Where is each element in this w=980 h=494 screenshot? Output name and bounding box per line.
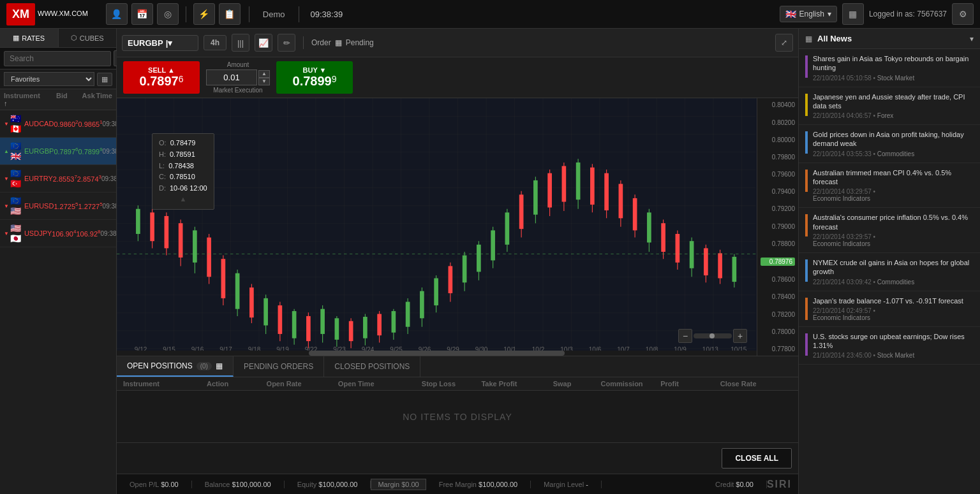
- svg-rect-43: [420, 291, 424, 319]
- instrument-name: AUDCAD: [24, 120, 54, 127]
- logo-icon: XM: [6, 3, 35, 25]
- buy-button[interactable]: BUY ▼ 0.78999: [276, 61, 353, 94]
- fullscreen-button[interactable]: ⤢: [775, 34, 793, 52]
- svg-rect-49: [463, 256, 467, 283]
- news-indicator: [805, 170, 808, 192]
- amount-increment[interactable]: ▲: [258, 70, 270, 78]
- tab-rates[interactable]: ▦ RATES: [0, 29, 59, 47]
- list-item[interactable]: Shares gain in Asia as Tokyo rebounds on…: [799, 49, 980, 87]
- news-indicator: [805, 333, 808, 356]
- news-headline: Australian trimmed mean CPI 0.4% vs. 0.5…: [813, 168, 974, 187]
- amount-decrement[interactable]: ▼: [258, 78, 270, 85]
- col-swap: Swap: [553, 380, 601, 388]
- svg-rect-51: [477, 245, 481, 272]
- favorites-bar: Favorites ▦: [0, 69, 116, 89]
- chart-type-icon[interactable]: 📈: [255, 34, 272, 52]
- direction-icon: ▲: [4, 149, 9, 154]
- grid-icon[interactable]: ▦: [842, 3, 864, 25]
- margin-level-status: Margin Level -: [531, 481, 602, 488]
- svg-rect-37: [377, 314, 382, 336]
- close-all-button[interactable]: CLOSE ALL: [722, 448, 792, 469]
- direction-icon: ▼: [4, 176, 9, 182]
- favorites-select[interactable]: Favorites: [4, 72, 94, 86]
- free-margin-status: Free Margin $100,000.00: [426, 481, 531, 488]
- list-item[interactable]: NYMEX crude oil gains in Asia on hopes f…: [799, 253, 980, 291]
- tab-cubes[interactable]: ⬡ CUBES: [59, 29, 117, 47]
- logo: XM WWW.XM.COM: [6, 3, 88, 25]
- news-dropdown-icon[interactable]: ▾: [970, 34, 974, 43]
- price-label-6: 0.79400: [761, 188, 795, 195]
- news-content: Shares gain in Asia as Tokyo rebounds on…: [813, 54, 974, 82]
- tooltip-val-c: 0.78510: [170, 171, 195, 183]
- circle-icon[interactable]: ◎: [157, 3, 179, 25]
- svg-rect-19: [249, 288, 254, 318]
- col-profit: Profit: [660, 380, 720, 388]
- news-category: Economic Indicators: [813, 240, 870, 247]
- list-item[interactable]: Japan's trade balance -1.07T vs. -0.91T …: [799, 291, 980, 327]
- chart-bars-icon[interactable]: |||: [232, 34, 249, 52]
- tooltip-row-l: L: 0.78438: [159, 161, 207, 172]
- closed-positions-label: CLOSED POSITIONS: [334, 362, 410, 371]
- tab-pending-orders[interactable]: PENDING ORDERS: [234, 356, 324, 377]
- sell-price: 0.78976: [133, 74, 189, 89]
- timeframe-button[interactable]: 4h: [204, 35, 226, 50]
- list-item[interactable]: ▼ 🇪🇺🇹🇷 EURTRY 2.85537 2.85743 09:38: [0, 165, 116, 193]
- language-selector[interactable]: 🇬🇧 English ▾: [780, 6, 837, 22]
- flag-icon: 🇬🇧: [785, 9, 796, 19]
- pending-label: Pending: [346, 38, 374, 47]
- tab-open-positions[interactable]: OPEN POSITIONS (0) ▦: [117, 356, 234, 377]
- zoom-in-button[interactable]: +: [733, 329, 747, 343]
- news-meta: 22/10/2014 05:10:58 • Stock Market: [813, 75, 974, 82]
- list-item[interactable]: Gold prices down in Asia on profit takin…: [799, 125, 980, 163]
- margin-box: Margin $0.00: [371, 479, 426, 490]
- news-indicator: [805, 298, 808, 320]
- copy-icon[interactable]: 📋: [219, 3, 241, 25]
- left-tabs: ▦ RATES ⬡ CUBES: [0, 29, 116, 48]
- draw-icon[interactable]: ✏: [278, 34, 295, 52]
- svg-rect-25: [292, 311, 297, 338]
- instrument-list: ▼ 🇦🇺🇨🇦 AUDCAD 0.98602 0.98651 09:38 ▲ 🇪🇺…: [0, 110, 116, 494]
- order-section: Order ▦ Pending: [311, 38, 374, 47]
- person-icon[interactable]: 👤: [106, 3, 128, 25]
- list-item[interactable]: ▼ 🇺🇸🇯🇵 USDJPY 106.904 106.928 09:38: [0, 220, 116, 247]
- instrument-name: USDJPY: [24, 229, 52, 237]
- zoom-track[interactable]: [694, 333, 732, 338]
- open-pl-value: $0.00: [161, 481, 179, 488]
- instrument-time: 09:38: [101, 230, 116, 237]
- list-item[interactable]: ▲ 🇪🇺🇬🇧 EURGBP 0.78976 0.78999 09:38: [0, 138, 116, 165]
- lightning-icon[interactable]: ⚡: [193, 3, 215, 25]
- zoom-out-button[interactable]: −: [678, 329, 692, 343]
- list-item[interactable]: U.S. stocks surge on upbeat earnings; Do…: [799, 327, 980, 365]
- list-item[interactable]: Japanese yen and Aussie steady after tra…: [799, 87, 980, 126]
- price-label-11: 0.78400: [761, 293, 795, 300]
- news-header: ▦ All News ▾: [799, 29, 980, 49]
- calendar-icon[interactable]: 📅: [131, 3, 153, 25]
- chart-toolbar: EURGBP |▾ 4h ||| 📈 ✏ Order ▦ Pending ⤢: [117, 29, 798, 57]
- tab-closed-positions[interactable]: CLOSED POSITIONS: [324, 356, 420, 377]
- amount-input[interactable]: [206, 69, 257, 85]
- list-item[interactable]: ▼ 🇦🇺🇨🇦 AUDCAD 0.98602 0.98651 09:38: [0, 110, 116, 138]
- symbol-selector[interactable]: EURGBP |▾: [122, 35, 198, 51]
- sell-button[interactable]: SELL ▲ 0.78976: [123, 61, 200, 94]
- svg-rect-15: [221, 259, 226, 299]
- svg-rect-69: [604, 173, 609, 210]
- list-item[interactable]: Australian trimmed mean CPI 0.4% vs. 0.5…: [799, 163, 980, 208]
- chart-area[interactable]: 9/12 9/15 9/16 9/17 9/18 9/19 9/22 9/23 …: [117, 98, 798, 356]
- order-type-selector[interactable]: ▦: [335, 38, 342, 47]
- search-bar: 🔍: [0, 48, 116, 69]
- news-meta: 22/10/2014 03:29:57 •Economic Indicators: [813, 233, 974, 247]
- pending-orders-label: PENDING ORDERS: [244, 362, 313, 371]
- list-item[interactable]: ▼ 🇪🇺🇺🇸 EURUSD 1.27255 1.27275 09:38: [0, 193, 116, 220]
- search-input[interactable]: [4, 51, 111, 66]
- dropdown-arrow: ▾: [828, 10, 831, 18]
- free-margin-value: $100,000.00: [479, 481, 517, 488]
- list-item[interactable]: Australia's consumer price inflation 0.5…: [799, 208, 980, 253]
- direction-icon: ▼: [4, 231, 9, 236]
- instrument-name: EURGBP: [24, 147, 54, 155]
- instrument-time: 09:38: [103, 148, 116, 155]
- chart-scrollbar-thumb[interactable]: [309, 351, 565, 356]
- chart-scrollbar[interactable]: [117, 351, 757, 356]
- settings-icon[interactable]: ⚙: [952, 3, 974, 25]
- credit-status: Credit $0.00: [702, 481, 767, 488]
- grid-view-button[interactable]: ▦: [97, 73, 112, 86]
